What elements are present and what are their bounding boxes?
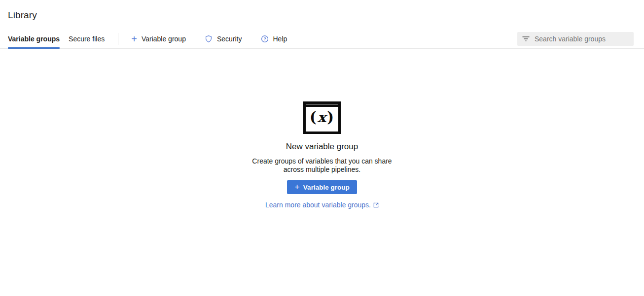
- svg-text:?: ?: [263, 36, 266, 41]
- tab-variable-groups-label: Variable groups: [8, 35, 60, 43]
- learn-more-label: Learn more about variable groups.: [265, 201, 371, 209]
- tab-secure-files-label: Secure files: [69, 35, 105, 43]
- tab-secure-files[interactable]: Secure files: [69, 29, 105, 48]
- add-variable-group-button[interactable]: + Variable group: [131, 35, 186, 43]
- empty-state-title: New variable group: [286, 142, 358, 152]
- variable-group-primary-button[interactable]: + Variable group: [287, 180, 357, 194]
- toolbar-divider: [118, 33, 118, 45]
- description-line-1: Create groups of variables that you can …: [252, 157, 392, 165]
- page-title: Library: [8, 10, 644, 21]
- filter-icon: [522, 36, 530, 42]
- page-header: Library: [0, 0, 644, 21]
- help-button[interactable]: ? Help: [261, 35, 287, 43]
- variables-glyph: (x): [306, 107, 338, 129]
- help-label: Help: [273, 35, 287, 43]
- security-button[interactable]: Security: [205, 35, 242, 43]
- toolbar: + Variable group Security ? He: [131, 29, 287, 48]
- plus-icon: +: [294, 184, 300, 191]
- primary-button-label: Variable group: [303, 184, 350, 191]
- security-label: Security: [217, 35, 242, 43]
- tab-list: Variable groups Secure files: [8, 29, 105, 48]
- external-link-icon: [373, 202, 379, 208]
- learn-more-link[interactable]: Learn more about variable groups.: [265, 201, 379, 209]
- library-page: Library Variable groups Secure files + V…: [0, 0, 644, 209]
- help-circle-icon: ?: [261, 35, 269, 43]
- empty-state-description: Create groups of variables that you can …: [252, 157, 392, 174]
- description-line-2: across multiple pipelines.: [252, 165, 392, 174]
- search-input[interactable]: [535, 35, 630, 43]
- tab-variable-groups[interactable]: Variable groups: [8, 29, 60, 48]
- tab-toolbar-row: Variable groups Secure files + Variable …: [0, 29, 644, 49]
- plus-icon: +: [131, 35, 137, 43]
- add-variable-group-label: Variable group: [142, 35, 186, 43]
- search-box[interactable]: [517, 32, 634, 46]
- shield-icon: [205, 35, 213, 43]
- empty-state: (x) New variable group Create groups of …: [0, 101, 644, 209]
- variable-group-window-icon: (x): [303, 101, 341, 134]
